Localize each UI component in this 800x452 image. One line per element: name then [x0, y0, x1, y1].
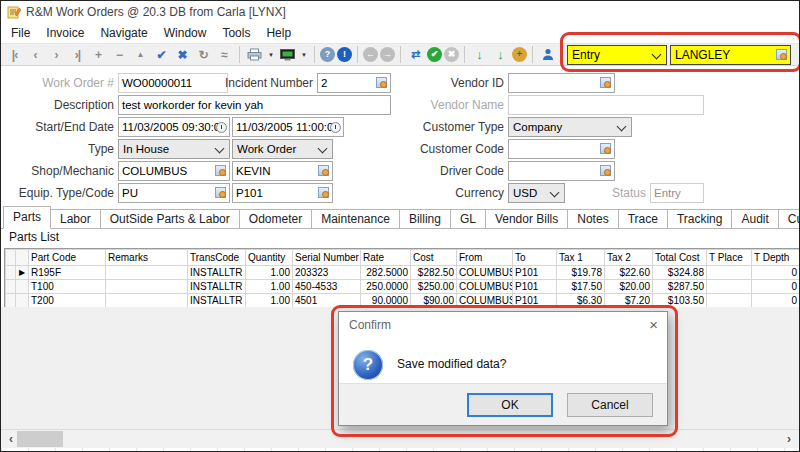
- menu-navigate[interactable]: Navigate: [92, 23, 155, 43]
- cell[interactable]: $90.00: [411, 294, 457, 308]
- lookup-icon[interactable]: [776, 49, 787, 60]
- preview-options-icon[interactable]: ▼: [299, 52, 309, 58]
- column-header[interactable]: Rate: [361, 250, 411, 266]
- column-header[interactable]: Serial Number: [293, 250, 361, 266]
- tab-maintenance[interactable]: Maintenance: [311, 209, 400, 228]
- incident-number-field[interactable]: 2: [317, 73, 391, 93]
- parts-grid[interactable]: Part CodeRemarksTransCodeQuantitySerial …: [4, 248, 800, 309]
- column-header[interactable]: Cost: [411, 250, 457, 266]
- cell[interactable]: $7.20: [605, 294, 653, 308]
- shop-field[interactable]: COLUMBUS: [118, 161, 230, 181]
- user-lookup-field[interactable]: LANGLEY: [670, 45, 791, 65]
- start-date-field[interactable]: 11/03/2005 09:30:0: [118, 117, 230, 137]
- tab-vendor-bills[interactable]: Vendor Bills: [485, 209, 568, 228]
- driver-code-field[interactable]: [508, 161, 615, 181]
- cell[interactable]: 90.0000: [361, 294, 411, 308]
- column-header[interactable]: Total Cost: [653, 250, 707, 266]
- navigate-back-icon[interactable]: ←: [363, 47, 378, 62]
- cell[interactable]: $324.88: [653, 266, 707, 280]
- tab-labor[interactable]: Labor: [50, 209, 101, 228]
- attachment-icon[interactable]: ≈: [215, 45, 234, 65]
- tab-trace[interactable]: Trace: [618, 209, 668, 228]
- cell[interactable]: $22.60: [605, 266, 653, 280]
- cell[interactable]: $282.50: [411, 266, 457, 280]
- mode-select[interactable]: Entry: [567, 45, 667, 65]
- menu-tools[interactable]: Tools: [214, 23, 258, 43]
- equip-type-field[interactable]: PU: [118, 183, 230, 203]
- column-header[interactable]: To: [513, 250, 557, 266]
- cell[interactable]: 0: [752, 294, 800, 308]
- lookup-icon[interactable]: [376, 77, 387, 88]
- cell[interactable]: $6.30: [557, 294, 605, 308]
- print-icon[interactable]: [245, 45, 264, 65]
- lookup-icon[interactable]: [318, 187, 329, 198]
- h-scrollbar[interactable]: ‹ ›: [1, 429, 799, 448]
- cell[interactable]: $20.00: [605, 280, 653, 294]
- cell[interactable]: INSTALLTR: [188, 266, 246, 280]
- cell[interactable]: P101: [513, 294, 557, 308]
- lookup-icon[interactable]: [215, 187, 226, 198]
- cell[interactable]: COLUMBUS: [457, 294, 513, 308]
- tab-parts[interactable]: Parts: [3, 206, 51, 229]
- info-icon[interactable]: !: [337, 47, 352, 62]
- refresh-icon[interactable]: ↻: [194, 45, 213, 65]
- clock-icon[interactable]: [216, 122, 227, 133]
- cancel-edit-icon[interactable]: ✖: [173, 45, 192, 65]
- cell[interactable]: 250.0000: [361, 280, 411, 294]
- first-record-icon[interactable]: |‹: [5, 45, 24, 65]
- cell[interactable]: [106, 294, 188, 308]
- cell[interactable]: [707, 280, 752, 294]
- column-header[interactable]: T Depth: [752, 250, 800, 266]
- scroll-right-icon[interactable]: ›: [781, 430, 797, 448]
- lookup-icon[interactable]: [600, 143, 611, 154]
- tab-billing[interactable]: Billing: [399, 209, 451, 228]
- ok-button[interactable]: OK: [467, 393, 553, 417]
- menu-file[interactable]: File: [3, 23, 38, 43]
- void-icon[interactable]: ✖: [444, 47, 459, 62]
- lookup-icon[interactable]: [318, 165, 329, 176]
- mechanic-field[interactable]: KEVIN: [232, 161, 333, 181]
- cell[interactable]: COLUMBUS: [457, 266, 513, 280]
- cell[interactable]: INSTALLTR: [188, 280, 246, 294]
- cell[interactable]: COLUMBUS: [457, 280, 513, 294]
- cell[interactable]: [106, 266, 188, 280]
- insert-record-icon[interactable]: +: [89, 45, 108, 65]
- cell[interactable]: [707, 266, 752, 280]
- table-row[interactable]: T200INSTALLTR1.00450190.0000$90.00COLUMB…: [6, 294, 800, 308]
- preview-icon[interactable]: [278, 45, 297, 65]
- cell[interactable]: 1.00: [246, 280, 293, 294]
- cell[interactable]: $17.50: [557, 280, 605, 294]
- column-header[interactable]: From: [457, 250, 513, 266]
- cell[interactable]: [106, 280, 188, 294]
- cell[interactable]: INSTALLTR: [188, 294, 246, 308]
- export-icon[interactable]: ↓: [470, 45, 489, 65]
- tab-tracking[interactable]: Tracking: [667, 209, 733, 228]
- tab-audit[interactable]: Audit: [731, 209, 778, 228]
- prior-record-icon[interactable]: ‹: [26, 45, 45, 65]
- user-icon[interactable]: [538, 45, 557, 65]
- tab-gl[interactable]: GL: [450, 209, 486, 228]
- approve-icon[interactable]: ✔: [427, 47, 442, 62]
- navigate-forward-icon[interactable]: →: [380, 47, 395, 62]
- edit-record-icon[interactable]: ▲: [131, 45, 150, 65]
- cancel-button[interactable]: Cancel: [567, 393, 653, 417]
- next-record-icon[interactable]: ›: [47, 45, 66, 65]
- lookup-icon[interactable]: [215, 165, 226, 176]
- table-row[interactable]: ▶R195FINSTALLTR1.00203323282.5000$282.50…: [6, 266, 800, 280]
- tab-notes[interactable]: Notes: [567, 209, 618, 228]
- assign-user-icon[interactable]: ⇄: [406, 45, 425, 65]
- column-header[interactable]: Part Code: [29, 250, 106, 266]
- type-select[interactable]: In House: [118, 139, 230, 159]
- delete-record-icon[interactable]: −: [110, 45, 129, 65]
- customer-type-select[interactable]: Company: [508, 117, 632, 137]
- cell[interactable]: 1.00: [246, 294, 293, 308]
- cell[interactable]: T100: [29, 280, 106, 294]
- cell[interactable]: 0: [752, 280, 800, 294]
- cell[interactable]: R195F: [29, 266, 106, 280]
- equip-code-field[interactable]: P101: [232, 183, 333, 203]
- column-header[interactable]: Tax 2: [605, 250, 653, 266]
- cell[interactable]: P101: [513, 280, 557, 294]
- column-header[interactable]: Tax 1: [557, 250, 605, 266]
- tab-custom-def-s[interactable]: Custom Def's: [778, 209, 800, 228]
- close-icon[interactable]: ×: [649, 314, 658, 336]
